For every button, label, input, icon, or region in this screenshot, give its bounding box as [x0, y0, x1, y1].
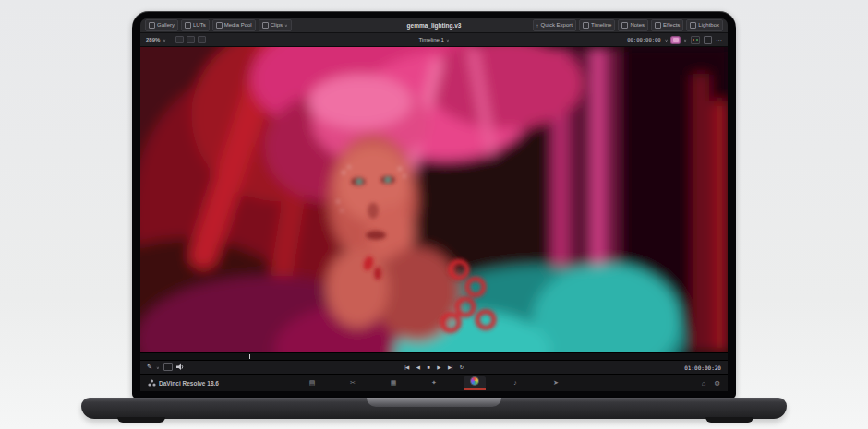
gallery-button[interactable]: Gallery — [145, 19, 178, 31]
color-page-icon — [471, 377, 478, 385]
lid-notch-cutout — [367, 398, 501, 407]
quick-export-label: Quick Export — [541, 20, 573, 30]
laptop-foot-left — [117, 417, 165, 423]
app-brand: DaVinci Resolve 18.6 — [148, 379, 219, 387]
chevron-down-icon: ∨ — [446, 38, 450, 42]
timeline-icon — [583, 22, 589, 29]
chevron-down-icon: ∨ — [665, 38, 669, 42]
transport-controls: |◀ ◀ ■ ▶ ▶| ↻ — [404, 364, 464, 370]
viewer-annotation-tools: ✎ ∨ — [147, 363, 185, 371]
stop-button[interactable]: ■ — [428, 364, 430, 370]
zoom-level-dropdown[interactable]: 289% — [146, 37, 160, 42]
viewer-timecode: 00:00:00:00 — [627, 37, 660, 42]
viewer-option-icon-2[interactable] — [187, 36, 195, 43]
fairlight-page-tab[interactable]: ♪ — [511, 375, 520, 390]
project-title: gemma_lighting.v3 — [407, 18, 462, 32]
system-buttons: ⌂ ⚙ — [702, 379, 720, 387]
viewer-toolbar: 289% ∨ Timeline 1 ∨ 00:00:00:00 ∨ ∨ ⋯ — [140, 33, 728, 47]
transport-bar: ✎ ∨ |◀ ◀ ■ ▶ ▶| ↻ 01:00:00:20 — [140, 360, 728, 374]
luts-label: LUTs — [193, 20, 206, 30]
luts-icon — [185, 22, 191, 29]
more-options-icon[interactable]: ⋯ — [716, 37, 722, 43]
compare-icon[interactable] — [163, 363, 173, 371]
viewer-option-icon-1[interactable] — [175, 36, 184, 43]
davinci-logo-icon — [148, 379, 156, 387]
clips-icon — [262, 22, 269, 29]
viewer-left-tools: 289% ∨ — [146, 36, 206, 43]
cut-page-icon: ✂ — [350, 379, 356, 386]
go-to-end-button[interactable]: ▶| — [448, 364, 452, 370]
luts-button[interactable]: LUTs — [181, 19, 210, 31]
laptop-foot-right — [705, 417, 753, 423]
effects-label: Effects — [663, 20, 680, 30]
page-navigation-bar: DaVinci Resolve 18.6 ▤ ✂ ▦ ✦ — [140, 374, 728, 391]
go-to-start-button[interactable]: |◀ — [404, 364, 409, 370]
timeline-label: Timeline — [591, 20, 611, 30]
split-screen-icon[interactable] — [691, 36, 700, 44]
chevron-down-icon: ∨ — [163, 38, 166, 42]
fusion-page-tab[interactable]: ✦ — [429, 375, 439, 390]
effects-button[interactable]: Effects — [651, 19, 683, 31]
photo-portrait — [140, 47, 728, 352]
desktop-background: Gallery LUTs Media Pool Clips ∨ gemma_li… — [0, 0, 868, 429]
notes-icon — [621, 22, 628, 29]
notes-label: Notes — [630, 20, 645, 30]
page-tabs: ▤ ✂ ▦ ✦ ♪ — [307, 375, 561, 390]
gear-icon[interactable]: ⚙ — [714, 379, 720, 387]
expand-icon[interactable] — [704, 36, 712, 44]
gallery-label: Gallery — [157, 20, 175, 30]
step-back-button[interactable]: ◀ — [416, 364, 420, 370]
timeline-name: Timeline 1 — [418, 37, 443, 42]
speaker-icon[interactable] — [176, 363, 185, 371]
deliver-page-icon: ➤ — [553, 379, 559, 386]
media-page-tab[interactable]: ▤ — [307, 375, 317, 390]
fairlight-page-icon: ♪ — [513, 379, 517, 386]
viewer-right-tools: 00:00:00:00 ∨ ∨ ⋯ — [627, 36, 722, 44]
share-icon: ↑ — [536, 23, 539, 29]
lightbox-button[interactable]: Lightbox — [686, 19, 723, 31]
media-pool-button[interactable]: Media Pool — [212, 19, 256, 31]
chevron-down-icon: ∨ — [683, 38, 687, 42]
clips-button[interactable]: Clips ∨ — [259, 19, 292, 31]
timeline-selector[interactable]: Timeline 1 ∨ — [418, 37, 449, 42]
gallery-icon — [149, 22, 155, 29]
toolbar-left-group: Gallery LUTs Media Pool Clips ∨ — [145, 19, 292, 31]
quick-export-button[interactable]: ↑ Quick Export — [533, 19, 576, 31]
edit-page-icon: ▦ — [391, 379, 397, 386]
playhead-marker[interactable] — [249, 354, 251, 359]
davinci-resolve-window: Gallery LUTs Media Pool Clips ∨ gemma_li… — [140, 18, 728, 391]
pen-tool-icon[interactable]: ✎ — [147, 363, 152, 371]
clips-label: Clips — [271, 20, 283, 30]
loop-button[interactable]: ↻ — [460, 364, 464, 370]
deliver-page-tab[interactable]: ➤ — [551, 375, 561, 390]
chevron-down-icon: ∨ — [156, 365, 160, 369]
media-page-icon: ▤ — [309, 379, 316, 386]
lightbox-label: Lightbox — [698, 20, 719, 30]
viewer-scrub-bar[interactable] — [140, 352, 728, 360]
notes-button[interactable]: Notes — [618, 19, 648, 31]
app-version: DaVinci Resolve 18.6 — [159, 380, 219, 387]
viewer-option-icon-3[interactable] — [198, 36, 206, 43]
media-pool-label: Media Pool — [224, 20, 252, 30]
active-page-underline — [464, 388, 486, 390]
toolbar-right-group: ↑ Quick Export Timeline Notes Effects — [533, 19, 723, 31]
cut-page-tab[interactable]: ✂ — [348, 375, 357, 390]
image-wipe-icon[interactable] — [671, 37, 680, 43]
lightbox-icon — [690, 22, 696, 29]
media-pool-icon — [216, 22, 223, 29]
play-button[interactable]: ▶ — [437, 364, 440, 370]
top-toolbar: Gallery LUTs Media Pool Clips ∨ gemma_li… — [140, 18, 728, 33]
home-icon[interactable]: ⌂ — [702, 379, 706, 387]
edit-page-tab[interactable]: ▦ — [389, 375, 398, 390]
effects-icon — [655, 22, 661, 29]
timeline-button[interactable]: Timeline — [579, 19, 615, 31]
chevron-down-icon: ∨ — [284, 24, 288, 28]
viewer-image — [140, 47, 728, 352]
color-page-tab[interactable] — [470, 375, 479, 390]
playhead-timecode: 01:00:00:20 — [684, 364, 721, 371]
fusion-page-icon: ✦ — [431, 379, 437, 386]
